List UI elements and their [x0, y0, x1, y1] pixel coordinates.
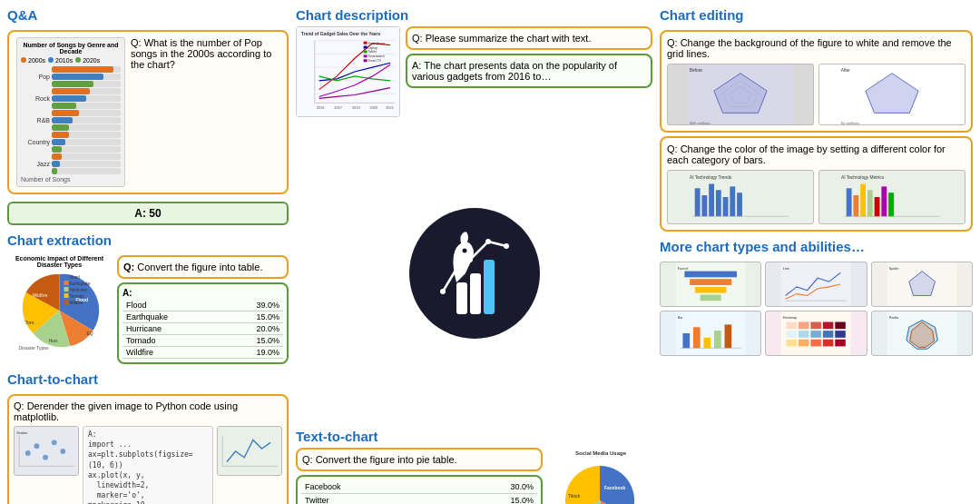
svg-text:Earthquake: Earthquake	[70, 282, 92, 286]
svg-rect-136	[799, 331, 809, 338]
svg-point-20	[43, 455, 48, 460]
svg-rect-93	[723, 197, 729, 216]
extraction-qa-box: Q: Convert the figure into table. A: Flo…	[117, 255, 289, 364]
svg-point-61	[504, 243, 509, 249]
svg-point-18	[25, 450, 31, 456]
svg-text:2020: 2020	[370, 105, 379, 110]
main-container: Q&A Number of Songs by Genre and Decade …	[0, 0, 980, 504]
chart-desc-title: Chart description	[296, 7, 652, 23]
svg-point-22	[60, 449, 65, 454]
chart-desc-answer: A: The chart presents data on the popula…	[412, 60, 617, 82]
svg-text:Smartwatch: Smartwatch	[368, 54, 385, 58]
svg-rect-11	[64, 293, 69, 298]
svg-rect-44	[364, 46, 368, 49]
t2c-question-card: Q: Convert the figure into pie table.	[296, 448, 543, 471]
more-chart-funnel: Funnel	[660, 262, 761, 307]
svg-text:Tornado: Tornado	[70, 294, 85, 299]
svg-text:Spider: Spider	[888, 267, 899, 271]
table-row: Hurricane20.0%	[122, 323, 283, 335]
editing-q2: Q: Change the color of the image by sett…	[667, 143, 965, 165]
editing-after-1: After No gridlines	[818, 64, 965, 125]
qa-chart: Number of Songs by Genre and Decade 2000…	[16, 37, 125, 187]
chart-desc-qa: Q: Please summarize the chart with text.…	[406, 26, 652, 117]
svg-rect-124	[703, 338, 710, 349]
bar-pop: Pop	[21, 66, 121, 87]
svg-rect-92	[716, 190, 721, 216]
more-charts-section: More chart types and abilities… Funnel	[660, 239, 973, 356]
bar-jazz: Jazz	[21, 153, 121, 174]
svg-text:Wildfire: Wildfire	[33, 292, 48, 298]
svg-rect-123	[693, 327, 701, 348]
svg-text:Laptop: Laptop	[368, 46, 378, 50]
llama-logo	[407, 205, 543, 341]
svg-rect-134	[836, 322, 847, 330]
disaster-tornado: Tornado	[122, 335, 221, 347]
t2c-section: Text-to-chart Q: Convert the figure into…	[296, 429, 652, 504]
svg-text:Bar: Bar	[678, 316, 684, 320]
svg-rect-46	[364, 50, 368, 53]
svg-rect-91	[709, 184, 714, 217]
editing-images-1: Before With gridlines A	[667, 64, 965, 125]
svg-point-58	[454, 266, 459, 272]
svg-text:2021: 2021	[386, 105, 394, 110]
disaster-hurricane: Hurricane	[122, 323, 221, 335]
svg-rect-131	[799, 322, 809, 330]
c2c-chart-image-1: Scatter	[14, 426, 79, 476]
t2c-title: Text-to-chart	[296, 429, 652, 444]
t2c-table: Facebook30.0% Twitter15.0% Wechat20.0% T…	[301, 480, 537, 504]
svg-rect-25	[218, 427, 280, 475]
c2c-question: Q: Derender the given image to Python co…	[14, 400, 282, 422]
bar-rock: Rock	[21, 88, 121, 109]
svg-text:With gridlines: With gridlines	[690, 121, 710, 124]
svg-text:2016: 2016	[317, 105, 325, 110]
svg-text:Facebook: Facebook	[604, 485, 626, 490]
svg-rect-90	[701, 195, 707, 216]
extraction-content: Economic Impact of Different Disaster Ty…	[7, 255, 289, 364]
svg-point-56	[462, 248, 466, 252]
editing-before-2: AI Technology Trends	[667, 170, 814, 224]
svg-text:Scatter: Scatter	[16, 431, 28, 435]
svg-rect-144	[836, 340, 847, 347]
qa-chart-title: Number of Songs by Genre and Decade	[21, 42, 121, 54]
c2c-code-block: A: import ... ax=plt.subplots(figsize=(1…	[83, 426, 213, 504]
more-chart-spider2: Radar	[871, 311, 973, 356]
svg-text:Flood: Flood	[70, 275, 81, 280]
svg-rect-137	[811, 331, 822, 338]
svg-rect-9	[64, 287, 69, 292]
svg-rect-55	[484, 260, 495, 314]
c2c-images-row: Scatter A: import ...	[14, 426, 282, 504]
extraction-pie-container: Economic Impact of Different Disaster Ty…	[7, 255, 112, 364]
qa-question-box: Q: What is the number of Pop songs in th…	[131, 37, 279, 187]
editing-card-2: Q: Change the color of the image by sett…	[660, 136, 973, 232]
svg-text:No gridlines: No gridlines	[841, 121, 860, 124]
svg-point-19	[34, 443, 40, 449]
svg-text:Funnel: Funnel	[678, 267, 689, 271]
svg-text:AI Technology Metrics: AI Technology Metrics	[841, 175, 885, 180]
svg-text:EQ: EQ	[87, 331, 93, 336]
svg-rect-101	[860, 184, 866, 217]
legend-2010s: 2010s	[55, 57, 73, 64]
disaster-flood: Flood	[122, 300, 221, 311]
editing-card-1: Q: Change the background of the figure t…	[660, 30, 973, 133]
qa-title: Q&A	[7, 7, 289, 23]
svg-text:2019: 2019	[352, 105, 360, 110]
col-left: Q&A Number of Songs by Genre and Decade …	[7, 7, 289, 504]
svg-rect-42	[364, 42, 368, 44]
svg-text:AI Technology Trends: AI Technology Trends	[690, 175, 732, 180]
table-row: Tornado15.0%	[122, 335, 283, 347]
svg-point-21	[52, 440, 57, 445]
extraction-section: Chart extraction Economic Impact of Diff…	[7, 232, 289, 364]
more-chart-heatmap: Heatmap	[765, 311, 867, 356]
c2c-question-card: Q: Derender the given image to Python co…	[7, 394, 289, 504]
logo-container	[407, 124, 543, 421]
table-row: Flood39.0%	[122, 300, 283, 311]
svg-rect-132	[811, 322, 822, 330]
qa-top: Number of Songs by Genre and Decade 2000…	[16, 37, 279, 187]
svg-rect-139	[836, 331, 847, 338]
qa-card: Number of Songs by Genre and Decade 2000…	[7, 30, 289, 194]
editing-before-1: Before With gridlines	[667, 64, 814, 125]
extraction-title: Chart extraction	[7, 232, 289, 248]
svg-text:Torn.: Torn.	[25, 320, 35, 325]
editing-q1: Q: Change the background of the figure t…	[667, 37, 965, 59]
t2c-content: Q: Convert the figure into pie table. Fa…	[296, 448, 652, 504]
